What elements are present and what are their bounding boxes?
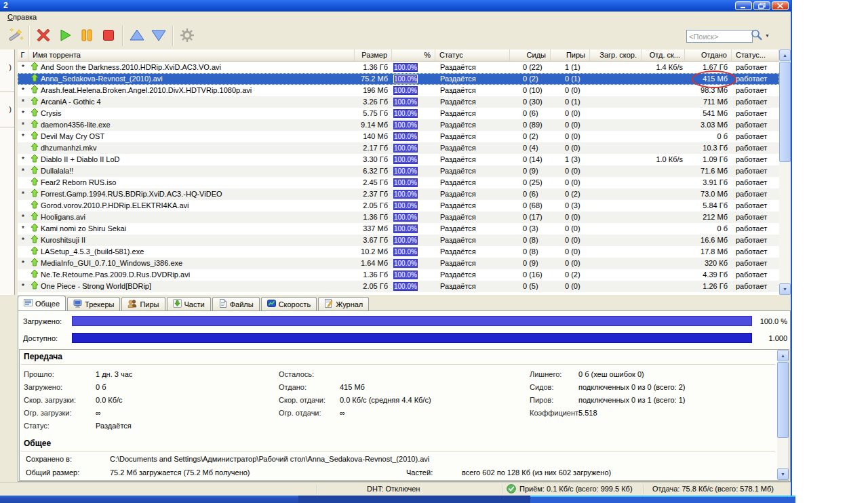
scrollbar-thumb[interactable] <box>777 362 789 438</box>
table-row[interactable]: *Devil May Cry OST140 Мб100.0%Раздаётся0… <box>18 131 779 142</box>
move-up-button[interactable] <box>126 26 148 46</box>
table-scrollbar[interactable]: ▲ ▼ <box>779 49 791 295</box>
column-header-5[interactable]: Сиды <box>510 49 551 61</box>
scroll-up-icon[interactable]: ▲ <box>777 350 789 361</box>
column-header-3[interactable]: % <box>392 49 435 61</box>
tab-log[interactable]: Журнал <box>318 297 369 310</box>
table-row[interactable]: Anna_Sedakova-Revnost_(2010).avi75.2 Мб1… <box>18 73 779 85</box>
scroll-up-icon[interactable]: ▲ <box>779 49 791 61</box>
table-row[interactable]: *MediaInfo_GUI_0.7.10_Windows_i386.exe1.… <box>18 258 779 269</box>
close-button[interactable] <box>772 1 789 10</box>
table-row[interactable]: Gorod.vorov.2010.P.HDRip.ELEKTRI4KA.avi2… <box>18 200 779 212</box>
column-header-9[interactable]: Отдано <box>685 49 732 61</box>
cell-percent: 100.0% <box>392 223 435 235</box>
column-header-4[interactable]: Статус <box>435 49 510 61</box>
statusbar-divider <box>317 485 318 494</box>
restore-button[interactable] <box>753 1 770 10</box>
start-icon <box>58 28 73 44</box>
settings-button[interactable] <box>176 26 198 46</box>
cell-seeds: 0 (6) <box>510 108 551 119</box>
menu-help[interactable]: Справка <box>5 12 39 22</box>
taskbar-button[interactable] <box>298 496 530 503</box>
cell-size: 75.2 Мб <box>355 73 392 85</box>
pause-button[interactable] <box>76 26 98 46</box>
start-button[interactable] <box>54 26 76 46</box>
cell-tracker-status: работает <box>732 108 779 119</box>
category-sidebar[interactable]: ) ) <box>0 49 15 295</box>
tab-label: Скорость <box>279 300 311 308</box>
column-header-10[interactable]: Статус... <box>732 49 779 61</box>
table-row[interactable]: *And Soon the Darkness.2010.HDRip.XviD.A… <box>18 62 779 73</box>
cell-up-speed: 1.0 Кб/s <box>642 154 685 165</box>
scrollbar-thumb[interactable] <box>779 62 791 162</box>
cell-percent: 100.0% <box>392 246 435 258</box>
progress-bar: 100.0% <box>393 270 418 279</box>
column-header-2[interactable]: Размер <box>355 49 392 61</box>
table-row[interactable]: *daemon4356-lite.exe9.14 Мб100.0%Раздаёт… <box>18 119 779 131</box>
cell-size: 9.14 Мб <box>355 119 392 131</box>
cell-tracker-status: работает <box>732 200 779 212</box>
table-row[interactable]: Fear2 Reborn RUS.iso2.45 Гб100.0%Раздаёт… <box>18 177 779 188</box>
table-row[interactable]: *Hooligans.avi1.36 Гб100.0%Раздаётся0 (1… <box>18 212 779 223</box>
field-value: 415 Мб <box>340 381 365 394</box>
column-header-8[interactable]: Отд. ск... <box>642 49 685 61</box>
search-dropdown-icon[interactable]: ▼ <box>765 33 770 38</box>
details-scrollbar[interactable]: ▲ ▼ <box>777 350 789 480</box>
table-row[interactable]: *Kuroshitsuji II3.67 Гб100.0%Раздаётся0 … <box>18 235 779 246</box>
remove-button[interactable] <box>33 26 54 46</box>
tab-general[interactable]: Общее <box>18 296 66 310</box>
cell-down-speed <box>590 154 642 165</box>
search-icon[interactable] <box>750 28 764 43</box>
table-row[interactable]: dhzumanhzi.mkv2.17 Гб100.0%Раздаётся0 (4… <box>18 142 779 154</box>
table-row[interactable]: *Diablo II + Diablo II LoD3.30 Гб100.0%Р… <box>18 154 779 165</box>
seeding-icon <box>31 62 41 73</box>
column-header-0[interactable]: Г <box>18 49 28 61</box>
stop-button[interactable] <box>98 26 119 46</box>
minimize-button[interactable] <box>735 1 752 10</box>
cell-uploaded: 4.39 Гб <box>685 269 732 281</box>
cell-name: Ne.Te.Retourne.Pas.2009.D.Rus.DVDRip.avi <box>28 269 355 281</box>
table-row[interactable]: *Dullalala!!6.32 Гб100.0%Раздаётся0 (9)0… <box>18 165 779 177</box>
column-header-1[interactable]: Имя торрента <box>28 49 355 61</box>
search-input[interactable] <box>686 30 753 43</box>
table-row[interactable]: *One Piece - Strong World[BDRip]2.05 Гб1… <box>18 281 779 292</box>
table-row[interactable]: *ArcaniA - Gothic 43.26 Гб100.0%Раздаётс… <box>18 96 779 108</box>
tab-peers[interactable]: Пиры <box>121 297 165 310</box>
tab-trackers[interactable]: Трекеры <box>67 297 120 310</box>
sidebar-divider <box>0 92 14 92</box>
sidebar-item-fragment[interactable]: ) <box>9 63 12 71</box>
tab-speed[interactable]: Скорость <box>261 297 317 310</box>
network-ok-icon <box>507 484 516 495</box>
cell-size: 2.45 Гб <box>355 177 392 188</box>
column-header-6[interactable]: Пиры <box>551 49 590 61</box>
table-row[interactable]: *Arash.feat.Helena.Broken.Angel.2010.Div… <box>18 85 779 96</box>
cell-tracker-status: работает <box>732 142 779 154</box>
progress-bar: 100.0% <box>393 236 418 245</box>
scroll-down-icon[interactable]: ▼ <box>779 283 791 295</box>
cell-status: Раздаётся <box>435 165 510 177</box>
table-row[interactable]: *Kami nomi zo Shiru Sekai337 Мб100.0%Раз… <box>18 223 779 235</box>
move-down-button[interactable] <box>148 26 170 46</box>
field-value: подключенных 0 из 0 (всего: 2) <box>578 381 685 394</box>
tab-pieces[interactable]: Части <box>167 297 211 310</box>
saved-in-label: Сохранено в: <box>26 455 72 463</box>
windows-taskbar[interactable] <box>0 496 795 503</box>
cell-up-speed <box>642 281 685 292</box>
cell-tracker-status: работает <box>732 154 779 165</box>
sidebar-item-fragment[interactable]: ) <box>9 105 12 113</box>
tab-files[interactable]: Файлы <box>212 297 260 310</box>
table-row[interactable]: *Crysis5.75 Гб100.0%Раздаётся0 (6)0 (0)5… <box>18 108 779 119</box>
cell-percent: 100.0% <box>392 165 435 177</box>
cell-peers: 0 (0) <box>551 235 590 246</box>
scroll-down-icon[interactable]: ▼ <box>777 468 789 480</box>
title-bar[interactable]: 2 <box>0 0 791 12</box>
cell-tracker-status: работает <box>732 188 779 200</box>
menu-bar: Справка <box>0 12 791 22</box>
table-row[interactable]: *Forrest.Gamp.1994.RUS.BDRip.XviD.AC3.-H… <box>18 188 779 200</box>
table-row[interactable]: Ne.Te.Retourne.Pas.2009.D.Rus.DVDRip.avi… <box>18 269 779 281</box>
column-header-7[interactable]: Загр. скор. <box>590 49 642 61</box>
wizard-button[interactable] <box>4 26 26 46</box>
toolbar-separator <box>172 26 174 46</box>
table-row[interactable]: LASetup_4.5.3_(build-581).exe10.2 Мб100.… <box>18 246 779 258</box>
cell-peers: 0 (3) <box>551 200 590 212</box>
